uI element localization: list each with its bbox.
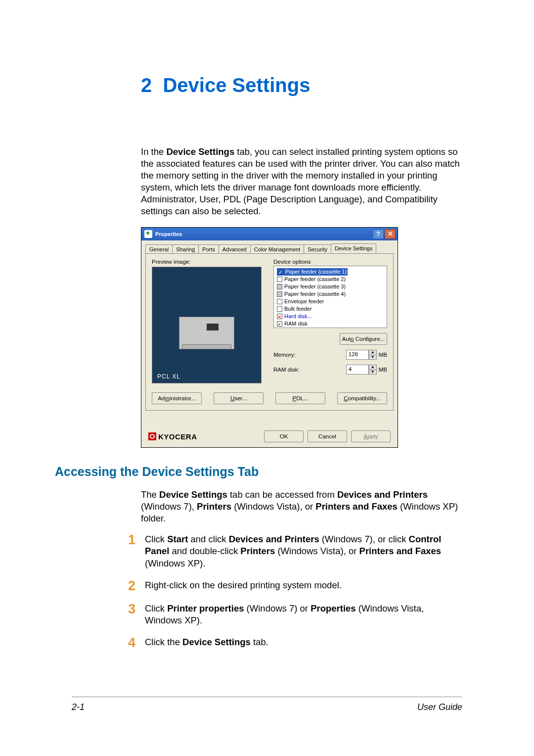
tab-label: Ports — [202, 246, 215, 252]
option-label: RAM disk — [284, 320, 308, 328]
access-paragraph: The Device Settings tab can be accessed … — [141, 489, 462, 524]
step-text: Click Printer properties (Windows 7) or … — [145, 603, 462, 626]
ramdisk-spinner[interactable]: ▲▼ — [369, 365, 377, 375]
step-number: 3 — [128, 603, 141, 626]
tab-label: General — [149, 246, 169, 252]
ok-button[interactable]: OK — [264, 430, 304, 442]
option-label: Bulk feeder — [284, 305, 312, 313]
step-text: Right-click on the desired printing syst… — [145, 579, 462, 593]
tab-color-management[interactable]: Color Management — [250, 244, 305, 254]
kyocera-icon — [148, 432, 156, 440]
tab-strip: General Sharing Ports Advanced Color Man… — [141, 240, 398, 253]
cancel-button[interactable]: Cancel — [308, 430, 347, 442]
option-hard-disk[interactable]: Hard disk... — [277, 313, 384, 320]
titlebar: Properties ? ✕ — [141, 228, 398, 240]
ramdisk-value[interactable]: 4 — [346, 365, 369, 375]
tab-general[interactable]: General — [145, 244, 173, 254]
step-4: 4 Click the Device Settings tab. — [128, 636, 462, 650]
intro-paragraph: In the Device Settings tab, you can sele… — [141, 146, 462, 217]
option-cassette-3[interactable]: Paper feeder (cassette 3) — [277, 283, 384, 290]
memory-unit: MB — [379, 352, 387, 358]
btn-label: Apply — [364, 433, 378, 439]
option-cassette-1[interactable]: Paper feeder (cassette 1) — [277, 268, 348, 276]
tab-panel: Preview image: PCL XL Device options — [145, 253, 394, 411]
checkbox-icon — [277, 299, 282, 304]
chapter-title: Device Settings — [163, 74, 310, 96]
page-footer: 2-1 User Guide — [72, 697, 462, 712]
administrator-button[interactable]: Administrator... — [152, 392, 202, 404]
option-label: Paper feeder (cassette 4) — [284, 290, 346, 298]
option-envelope-feeder[interactable]: Envelope feeder — [277, 298, 384, 305]
option-label: Envelope feeder — [284, 298, 324, 305]
tab-label: Sharing — [176, 246, 195, 252]
tab-label: Device Settings — [335, 245, 372, 251]
btn-label: Compatibility... — [344, 395, 381, 401]
option-label: Paper feeder (cassette 1) — [285, 268, 347, 276]
page-number: 2-1 — [72, 702, 85, 712]
step-number: 1 — [128, 533, 141, 569]
option-cassette-4[interactable]: Paper feeder (cassette 4) — [277, 290, 384, 298]
option-bulk-feeder[interactable]: Bulk feeder — [277, 305, 384, 313]
compatibility-button[interactable]: Compatibility... — [337, 392, 387, 404]
option-cassette-2[interactable]: Paper feeder (cassette 2) — [277, 276, 384, 283]
tab-label: Advanced — [222, 246, 247, 252]
tab-security[interactable]: Security — [304, 244, 331, 254]
option-label: Paper feeder (cassette 2) — [284, 276, 346, 283]
chapter-heading: 2 Device Settings — [141, 74, 462, 96]
auto-configure-button[interactable]: Auto Configure... — [340, 333, 387, 345]
checkbox-icon — [278, 269, 283, 275]
brand-text: KYOCERA — [158, 432, 197, 441]
step-text: Click the Device Settings tab. — [145, 636, 462, 650]
device-options-list[interactable]: Paper feeder (cassette 1) Paper feeder (… — [273, 266, 387, 328]
option-label: Hard disk... — [284, 313, 312, 320]
intro-text-rest: tab, you can select installed printing s… — [141, 146, 460, 216]
settings-buttons-row: Administrator... User... PDL... Compatib… — [152, 392, 387, 404]
btn-label: Auto Configure... — [342, 336, 385, 342]
checkbox-icon — [277, 306, 282, 312]
tab-label: Security — [308, 246, 327, 252]
preview-label: Preview image: — [152, 259, 267, 265]
btn-label: PDL... — [293, 395, 309, 401]
btn-label: User... — [230, 395, 247, 401]
apply-button[interactable]: Apply — [351, 430, 391, 442]
section-heading: Accessing the Device Settings Tab — [55, 465, 462, 479]
option-label: Paper feeder (cassette 3) — [284, 283, 346, 290]
step-3: 3 Click Printer properties (Windows 7) o… — [128, 603, 462, 626]
preview-mode-text: PCL XL — [157, 373, 180, 380]
tab-label: Color Management — [254, 246, 301, 252]
device-options-label: Device options — [273, 259, 387, 265]
option-ram-disk[interactable]: RAM disk — [277, 320, 384, 328]
dialog-footer: KYOCERA OK Cancel Apply — [141, 411, 398, 447]
printer-icon — [144, 230, 152, 238]
memory-value[interactable]: 128 — [346, 350, 369, 360]
step-number: 2 — [128, 579, 141, 593]
intro-bold: Device Settings — [166, 146, 234, 157]
memory-spinner[interactable]: ▲▼ — [369, 350, 377, 360]
tab-advanced[interactable]: Advanced — [219, 244, 251, 254]
memory-label: Memory: — [273, 352, 346, 358]
dialog-title: Properties — [155, 231, 182, 237]
ramdisk-unit: MB — [379, 367, 387, 373]
ramdisk-row: RAM disk: 4 ▲▼ MB — [273, 365, 387, 375]
preview-image: PCL XL — [152, 267, 262, 383]
checkbox-icon — [277, 277, 282, 282]
printer-illustration — [179, 304, 234, 351]
tab-device-settings[interactable]: Device Settings — [331, 243, 376, 253]
tab-ports[interactable]: Ports — [198, 244, 219, 254]
btn-label: OK — [280, 433, 288, 439]
tab-sharing[interactable]: Sharing — [172, 244, 199, 254]
step-2: 2 Right-click on the desired printing sy… — [128, 579, 462, 593]
memory-row: Memory: 128 ▲▼ MB — [273, 350, 387, 360]
step-1: 1 Click Start and click Devices and Prin… — [128, 533, 462, 569]
pdl-button[interactable]: PDL... — [275, 392, 325, 404]
checkbox-icon — [277, 314, 282, 319]
step-text: Click Start and click Devices and Printe… — [145, 533, 462, 569]
ramdisk-label: RAM disk: — [273, 367, 346, 373]
properties-dialog: Properties ? ✕ General Sharing Ports Adv… — [141, 227, 398, 448]
help-button[interactable]: ? — [373, 229, 384, 239]
user-button[interactable]: User... — [214, 392, 264, 404]
kyocera-logo: KYOCERA — [148, 432, 197, 441]
chapter-number: 2 — [141, 74, 152, 96]
close-button[interactable]: ✕ — [385, 229, 396, 239]
checkbox-icon — [277, 284, 282, 289]
